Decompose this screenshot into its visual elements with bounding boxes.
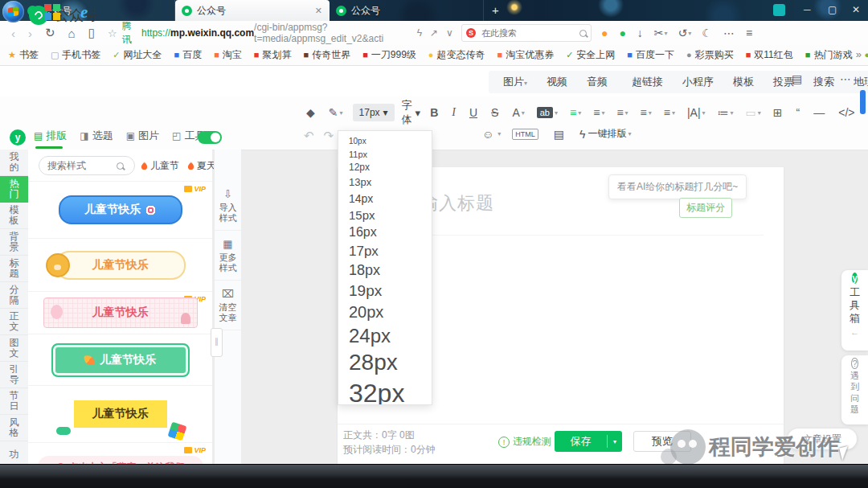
document-icon[interactable]: ▤: [792, 72, 802, 85]
hot-tag[interactable]: 夏天: [187, 159, 216, 173]
browser-tool-icon[interactable]: ●: [619, 27, 626, 39]
font-size-option[interactable]: 15px: [338, 207, 432, 223]
font-size-option[interactable]: 24px: [338, 323, 432, 349]
secondary-tool-icon[interactable]: HTML: [512, 129, 542, 140]
font-size-option[interactable]: 28px: [338, 348, 432, 377]
font-size-option[interactable]: 14px: [338, 191, 432, 207]
format-tool-icon[interactable]: </>: [836, 105, 858, 121]
header-nav-item[interactable]: 视频: [537, 75, 577, 89]
font-size-option[interactable]: 20px: [338, 301, 432, 323]
browser-tool-icon[interactable]: ≡: [746, 27, 753, 39]
format-tool-icon[interactable]: ≡ ▾: [591, 105, 607, 121]
format-tool-icon[interactable]: B: [428, 105, 442, 121]
bookmark-item[interactable]: ▢ 手机书签: [51, 48, 100, 62]
bookmark-item[interactable]: ■ 百度: [174, 48, 203, 62]
bookmark-item[interactable]: ■ 淘宝: [214, 48, 242, 62]
address-bar-icon[interactable]: ϟ: [417, 27, 422, 39]
format-tool-icon[interactable]: ≡ ▾: [567, 105, 583, 121]
panel-action-button[interactable]: ▦ 更多样式: [215, 231, 241, 281]
bookmarks-overflow-icon[interactable]: »: [856, 48, 862, 60]
browser-tab[interactable]: 公众号 ✕: [175, 0, 330, 21]
page-scrollbar-thumb[interactable]: [860, 90, 866, 114]
category-tab[interactable]: 分隔: [0, 282, 28, 309]
font-size-option[interactable]: 16px: [338, 223, 432, 241]
category-tab[interactable]: 图文: [0, 335, 28, 362]
undo-icon[interactable]: ↶: [304, 129, 314, 143]
browser-tool-icon[interactable]: ✂ ▾: [654, 27, 668, 39]
font-family-button[interactable]: 字体 ▾: [402, 98, 421, 127]
browser-search-box[interactable]: S: [461, 24, 592, 42]
category-tab[interactable]: 引导: [0, 362, 28, 388]
font-size-option[interactable]: 13px: [338, 175, 432, 191]
secondary-tool-icon[interactable]: ☺ ▾: [482, 128, 501, 141]
category-tab[interactable]: 模板: [0, 203, 28, 229]
bookmark-item[interactable]: ✓ 安全上网: [566, 48, 615, 62]
format-tool-icon[interactable]: ≡ ▾: [638, 105, 654, 121]
bookmark-item[interactable]: ★ 书签: [8, 48, 39, 62]
window-minimize-button[interactable]: ─: [804, 4, 811, 15]
category-tab[interactable]: 背景: [0, 229, 28, 256]
tab-close-icon[interactable]: ✕: [315, 6, 322, 16]
category-tab[interactable]: 我的: [0, 150, 28, 176]
browser-search-input[interactable]: [480, 27, 575, 39]
format-tool-icon[interactable]: ◆: [304, 105, 319, 121]
header-nav-item[interactable]: 搜索: [804, 75, 844, 89]
format-tool-icon[interactable]: “: [794, 105, 805, 121]
toolbox-panel[interactable]: y 工具箱 ←: [841, 270, 868, 351]
font-size-option[interactable]: 11px: [338, 148, 432, 162]
browser-nav-icon[interactable]: ›: [28, 27, 32, 40]
browser-tool-icon[interactable]: ☾: [702, 27, 713, 39]
header-more-icon[interactable]: ⋯: [840, 72, 851, 85]
header-nav-item[interactable]: 超链接: [622, 75, 673, 89]
panel-action-button[interactable]: ⌧ 清空文章: [215, 281, 241, 330]
format-tool-icon[interactable]: ✎ ▾: [326, 105, 346, 121]
bookmark-item[interactable]: ■ 一刀999级: [362, 48, 416, 62]
bookmark-item[interactable]: ■ 双11红包: [746, 48, 793, 62]
internet-explorer-icon[interactable]: e: [80, 2, 88, 23]
category-tab[interactable]: 正文: [0, 309, 28, 335]
browser-nav-icon[interactable]: ↻: [45, 26, 55, 40]
browser-nav-icon[interactable]: ⌂: [68, 27, 76, 40]
browser-tool-icon[interactable]: ⋯: [723, 27, 735, 39]
preview-button[interactable]: 预览: [633, 431, 691, 452]
sidebar-tab[interactable]: ▣ 图片: [126, 129, 159, 149]
format-tool-icon[interactable]: ab ▾: [534, 105, 560, 120]
bookmark-item[interactable]: ■ 聚划算: [254, 48, 292, 62]
search-icon[interactable]: [117, 162, 124, 170]
browser-tab[interactable]: 公众号: [330, 0, 484, 21]
header-nav-item[interactable]: 小程序: [673, 75, 723, 89]
address-bar[interactable]: ☆ 腾讯 https://mp.weixin.qq.com/cgi-bin/ap…: [108, 19, 453, 47]
help-panel[interactable]: ? 遇到问题: [841, 355, 868, 424]
title-score-button[interactable]: 标题评分: [679, 198, 732, 218]
format-tool-icon[interactable]: ≡ ▾: [614, 105, 630, 121]
search-engine-icon[interactable]: S: [466, 28, 476, 38]
font-size-button[interactable]: 17px ▾: [353, 104, 395, 121]
sidebar-tab[interactable]: ◨ 选题: [80, 129, 113, 149]
bookmark-item[interactable]: ■ 淘宝优惠券: [497, 48, 554, 62]
bookmark-item[interactable]: ✓ 网址大全: [113, 48, 162, 62]
font-size-option[interactable]: 10px: [338, 135, 432, 148]
browser-tool-icon[interactable]: ↺ ▾: [678, 27, 692, 39]
address-bar-icon[interactable]: ↗: [430, 27, 438, 39]
style-card-yellow-block[interactable]: 儿童节快乐: [28, 385, 212, 442]
font-size-option[interactable]: 19px: [338, 281, 432, 301]
font-size-option[interactable]: 32px: [338, 377, 432, 405]
bookmark-item[interactable]: ● 超变态传奇: [428, 48, 485, 62]
format-tool-icon[interactable]: S: [489, 105, 502, 121]
style-card-blue-pill[interactable]: VIP 儿童节快乐: [28, 181, 212, 238]
format-tool-icon[interactable]: —: [811, 105, 829, 121]
category-tab[interactable]: 热门: [0, 176, 28, 203]
browser-tool-icon[interactable]: ↓: [637, 27, 644, 39]
sidebar-tab[interactable]: ▤ 排版: [34, 129, 67, 149]
format-tool-icon[interactable]: U: [467, 105, 481, 121]
bookmark-item[interactable]: ■ 热门游戏: [805, 48, 853, 62]
category-tab[interactable]: 节日: [0, 388, 28, 415]
format-tool-icon[interactable]: I: [449, 105, 460, 121]
collapse-arrow-icon[interactable]: ←: [841, 327, 868, 337]
window-maximize-button[interactable]: ▢: [828, 4, 837, 15]
search-icon[interactable]: [579, 30, 587, 37]
violation-check-button[interactable]: ! 违规检测: [498, 435, 551, 449]
hot-tag[interactable]: 儿童节: [141, 159, 179, 173]
panel-action-button[interactable]: ⇩ 导入样式: [215, 181, 241, 231]
redo-icon[interactable]: ↷: [324, 129, 334, 143]
